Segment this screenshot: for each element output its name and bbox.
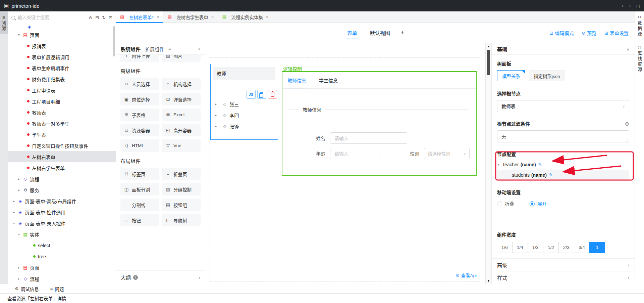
component-item[interactable]: 弹窗选择 bbox=[162, 93, 201, 105]
width-option-button[interactable]: 1/4 bbox=[512, 242, 528, 253]
tree-node[interactable]: 张锋 bbox=[211, 121, 278, 132]
tree-panel-option-button[interactable]: 指定树形json bbox=[529, 70, 565, 81]
search-input[interactable] bbox=[17, 15, 86, 20]
tree-item[interactable]: 财务费用归集表 bbox=[8, 74, 116, 85]
refresh-icon[interactable] bbox=[102, 15, 106, 20]
tree-item[interactable]: 页面-表单-控件通用 bbox=[8, 207, 116, 218]
caret-icon[interactable] bbox=[18, 232, 23, 236]
edit-pencil-icon[interactable] bbox=[549, 172, 553, 177]
caret-icon[interactable] bbox=[18, 33, 23, 37]
node-config-item-teacher[interactable]: teacher (name) bbox=[497, 159, 629, 170]
debug-bar-item[interactable]: 问题 bbox=[50, 286, 64, 292]
view-action-link[interactable]: 表单设置 bbox=[604, 30, 629, 36]
caret-icon[interactable] bbox=[18, 177, 23, 181]
scroll-down-icon[interactable] bbox=[487, 279, 490, 283]
caret-icon[interactable] bbox=[18, 188, 23, 192]
component-item[interactable]: Excel bbox=[162, 109, 201, 121]
tree-item[interactable]: tree bbox=[8, 251, 116, 262]
mobile-option-radio[interactable]: 展开 bbox=[530, 200, 547, 207]
width-option-button[interactable]: 1/3 bbox=[528, 242, 543, 253]
width-option-button[interactable]: 1 bbox=[589, 242, 605, 253]
explorer-scrollbar-thumb[interactable] bbox=[113, 26, 115, 56]
caret-icon[interactable] bbox=[18, 266, 23, 269]
tree-item[interactable]: 页面-表单-高级/布局组件 bbox=[8, 196, 116, 207]
age-input[interactable]: 请输入 bbox=[330, 148, 379, 159]
component-item[interactable]: 机构选择 bbox=[162, 78, 201, 90]
chevron-right-icon[interactable] bbox=[628, 262, 629, 268]
chevron-down-icon[interactable] bbox=[627, 46, 629, 52]
component-item[interactable]: 按钮组 bbox=[162, 199, 201, 211]
view-action-link[interactable]: 编码模式 bbox=[549, 30, 574, 36]
form-tab[interactable]: 学生信息 bbox=[319, 72, 338, 88]
view-tab[interactable]: 表单 bbox=[346, 27, 358, 39]
list-view-icon[interactable] bbox=[168, 46, 171, 51]
radio-icon[interactable] bbox=[530, 201, 535, 206]
tree-item[interactable]: 自定义窗口操作按钮及事件 bbox=[8, 140, 116, 151]
add-filter-icon[interactable] bbox=[625, 121, 629, 127]
component-item[interactable]: Vue bbox=[162, 139, 201, 152]
component-item[interactable]: 资源容器 bbox=[120, 124, 159, 136]
component-item[interactable]: 分组控制 bbox=[162, 183, 201, 196]
radio-icon[interactable] bbox=[497, 201, 502, 206]
component-item[interactable]: 按钮 bbox=[120, 214, 159, 226]
advanced-section-header[interactable]: 高级 bbox=[492, 258, 635, 271]
component-item[interactable]: 分割线 bbox=[120, 199, 159, 211]
view-api-link[interactable]: 查看Api bbox=[456, 272, 477, 278]
caret-icon[interactable] bbox=[215, 124, 220, 128]
form-canvas[interactable]: 教师 张三 李四 bbox=[205, 43, 485, 284]
tree-item[interactable]: 服务 bbox=[8, 184, 116, 196]
tree-item[interactable]: 教师表一对多学生 bbox=[8, 118, 116, 129]
tree-item[interactable]: 流程 bbox=[8, 273, 116, 284]
component-item[interactable]: 高开容器 bbox=[162, 124, 201, 136]
basic-section-header[interactable]: 基础 bbox=[492, 43, 635, 55]
mobile-option-radio[interactable]: 折叠 bbox=[497, 200, 514, 207]
forward-icon[interactable] bbox=[629, 3, 631, 9]
caret-icon[interactable] bbox=[13, 210, 18, 214]
delete-button[interactable] bbox=[268, 90, 277, 99]
caret-icon[interactable] bbox=[215, 102, 220, 106]
caret-icon[interactable] bbox=[13, 221, 18, 225]
palette-tab[interactable]: 系统组件 bbox=[120, 45, 141, 52]
scrollbar-thumb[interactable] bbox=[487, 50, 490, 75]
tree-node[interactable]: 张三 bbox=[211, 98, 278, 110]
caret-icon[interactable] bbox=[18, 277, 23, 280]
tree-item[interactable] bbox=[8, 25, 116, 29]
right-strip-tab[interactable]: 离线资源 bbox=[636, 45, 643, 73]
component-item[interactable]: 导航树 bbox=[162, 214, 201, 226]
chevron-down-icon[interactable] bbox=[198, 47, 201, 51]
tree-item[interactable]: 教师表 bbox=[8, 107, 116, 118]
tree-item[interactable]: 流程 bbox=[8, 173, 116, 184]
editor-tab[interactable]: 流程实例实体集 bbox=[218, 11, 273, 23]
width-option-button[interactable]: 1/2 bbox=[543, 242, 559, 253]
editor-tab[interactable]: 左树右表单* bbox=[116, 11, 163, 23]
tree-item[interactable]: 学生表 bbox=[8, 129, 116, 140]
width-option-button[interactable]: 2/3 bbox=[558, 242, 574, 253]
component-item[interactable]: 图片 bbox=[162, 55, 201, 62]
copy-button[interactable] bbox=[257, 90, 266, 99]
tree-item[interactable]: 页面 bbox=[8, 262, 116, 273]
tree-node[interactable]: 李四 bbox=[211, 110, 278, 121]
width-option-button[interactable]: 3/4 bbox=[574, 242, 590, 253]
component-item[interactable]: 子表格 bbox=[120, 109, 159, 121]
tree-item[interactable]: 工程申请表 bbox=[8, 85, 116, 96]
name-input[interactable]: 请输入 bbox=[330, 132, 407, 144]
view-action-link[interactable]: 预览 bbox=[582, 30, 596, 36]
locate-resource-icon[interactable] bbox=[89, 15, 92, 20]
component-item[interactable]: 标签页 bbox=[120, 168, 159, 180]
caret-icon[interactable] bbox=[13, 199, 18, 203]
scroll-up-icon[interactable] bbox=[487, 45, 490, 48]
view-tab[interactable]: 默认视图 bbox=[369, 27, 391, 39]
root-filter-input[interactable]: 无 bbox=[497, 130, 629, 142]
add-view-button[interactable]: + bbox=[401, 30, 405, 37]
component-item[interactable]: 人员选择 bbox=[120, 78, 159, 90]
width-option-button[interactable]: 1/6 bbox=[497, 242, 513, 253]
tree-item[interactable]: 页面 bbox=[8, 29, 116, 40]
chevron-right-icon[interactable] bbox=[199, 275, 200, 280]
restore-window-icon[interactable] bbox=[636, 3, 640, 9]
palette-tab[interactable]: 扩展组件 bbox=[145, 46, 164, 52]
tree-item[interactable]: 表单生命周期事件 bbox=[8, 62, 116, 74]
caret-icon[interactable] bbox=[497, 163, 503, 166]
gender-select[interactable]: 请选择性别 bbox=[424, 148, 470, 159]
style-section-header[interactable]: 样式 bbox=[492, 271, 635, 284]
component-item[interactable]: 岗位选择 bbox=[120, 93, 159, 105]
